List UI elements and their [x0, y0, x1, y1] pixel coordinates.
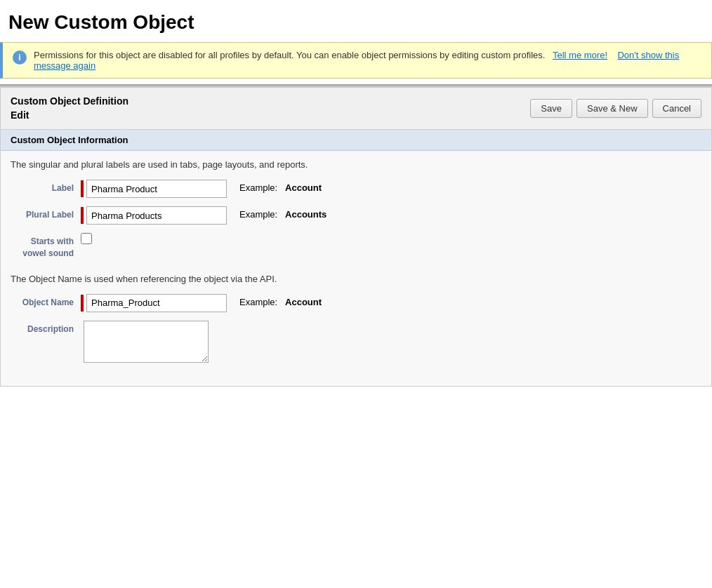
section-header: Custom Object Information [1, 130, 711, 151]
object-name-input-wrap [81, 294, 227, 312]
object-name-field-row: Object Name Example: Account [11, 294, 701, 312]
plural-label-field-row: Plural Label Example: Accounts [11, 206, 701, 225]
vowel-sound-label: Starts with vowel sound [11, 233, 81, 260]
info-icon: i [13, 51, 27, 65]
vowel-sound-field-row: Starts with vowel sound [11, 233, 701, 260]
label-field-label: Label [11, 180, 81, 194]
form-section: Custom Object Definition Edit Save Save … [0, 87, 712, 387]
description-input-wrap [84, 321, 209, 365]
plural-label-example: Example: Accounts [239, 206, 327, 220]
label-input-wrap [81, 180, 227, 198]
object-name-field-label: Object Name [11, 294, 81, 309]
save-button[interactable]: Save [530, 99, 572, 118]
section-body: The singular and plural labels are used … [1, 151, 711, 386]
description-field-label: Description [11, 321, 81, 335]
label-example: Example: Account [239, 180, 322, 193]
description-field-row: Description [11, 321, 701, 365]
form-header: Custom Object Definition Edit Save Save … [1, 88, 711, 130]
button-group: Save Save & New Cancel [530, 99, 701, 118]
tell-me-more-link[interactable]: Tell me more! [553, 50, 607, 60]
info-banner: i Permissions for this object are disabl… [0, 42, 712, 79]
save-new-button[interactable]: Save & New [576, 99, 648, 118]
labels-hint-text: The singular and plural labels are used … [11, 159, 701, 170]
label-input[interactable] [86, 180, 227, 198]
vowel-sound-checkbox-wrap [81, 233, 92, 244]
banner-text: Permissions for this object are disabled… [34, 50, 701, 71]
plural-label-input[interactable] [86, 206, 227, 225]
object-name-input[interactable] [86, 294, 227, 312]
plural-label-input-wrap [81, 206, 227, 225]
object-name-required-marker [81, 295, 84, 312]
page-title: New Custom Object [0, 0, 712, 42]
description-textarea[interactable] [84, 321, 209, 363]
form-header-title: Custom Object Definition Edit [11, 95, 128, 122]
plural-label-field-label: Plural Label [11, 206, 81, 221]
label-field-row: Label Example: Account [11, 180, 701, 198]
vowel-sound-checkbox[interactable] [81, 233, 92, 244]
api-hint-text: The Object Name is used when referencing… [11, 274, 701, 284]
label-required-marker [81, 180, 84, 197]
object-name-example: Example: Account [239, 294, 322, 307]
cancel-button[interactable]: Cancel [652, 99, 701, 118]
plural-label-required-marker [81, 207, 84, 224]
